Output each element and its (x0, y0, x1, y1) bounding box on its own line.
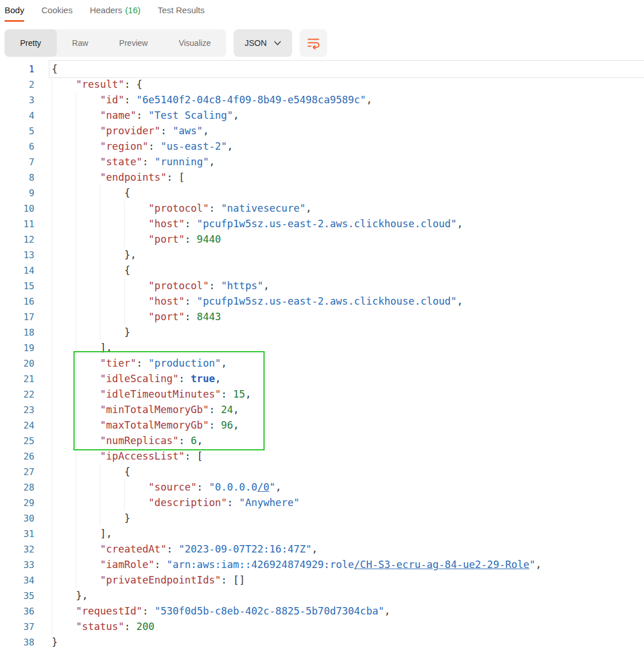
token-punctuation: : (142, 156, 154, 168)
token-punctuation: : (124, 79, 136, 90)
token-string: "Test Scaling" (149, 110, 234, 121)
token-punctuation: , (215, 373, 221, 384)
wrap-text-button[interactable] (300, 29, 327, 57)
indent-guide (100, 294, 124, 309)
code-line: 9{ (0, 185, 644, 201)
token-key: "host" (149, 295, 185, 307)
tab-headers[interactable]: Headers(16) (90, 5, 140, 20)
token-punctuation: , (233, 110, 239, 121)
code-line: 2"result": { (0, 77, 644, 92)
token-punctuation: [ (197, 450, 203, 462)
indent-guide (52, 557, 76, 573)
line-number: 16 (0, 294, 34, 309)
response-body-editor[interactable]: 1{2"result": {3"id": "6e5140f2-04c8-4f09… (0, 61, 644, 650)
indent-guide (100, 201, 124, 216)
token-key: "source" (149, 481, 197, 493)
line-number: 28 (0, 480, 34, 495)
indent-guide (76, 340, 100, 356)
token-string: " (529, 559, 536, 570)
language-select[interactable]: JSON (234, 29, 292, 57)
view-raw-button[interactable]: Raw (57, 29, 104, 57)
indent-guide (52, 464, 76, 480)
token-punctuation: [ (179, 172, 185, 183)
view-pretty-button[interactable]: Pretty (5, 29, 57, 57)
token-punctuation: : (209, 419, 221, 431)
indent-guide (76, 108, 100, 123)
indent-guide (100, 464, 124, 480)
token-punctuation: { (124, 466, 130, 477)
token-key: "port" (149, 234, 185, 245)
indent-guide (100, 480, 124, 495)
indent-guide (52, 619, 76, 635)
line-number: 19 (0, 340, 34, 356)
line-number: 24 (0, 418, 34, 433)
tab-cookies[interactable]: Cookies (41, 5, 72, 20)
code-line: 10"protocol": "nativesecure", (0, 201, 644, 216)
token-punctuation: } (124, 512, 130, 524)
view-visualize-button[interactable]: Visualize (163, 29, 226, 57)
code-line: 17"port": 8443 (0, 309, 644, 325)
line-number: 22 (0, 387, 34, 402)
indent-guide (76, 495, 100, 511)
tab-body[interactable]: Body (5, 5, 24, 22)
token-string: "6e5140f2-04c8-4f09-8b49-e5498ca9589c" (137, 94, 366, 106)
indent-guide (52, 356, 76, 371)
token-string: "pcufp1w5sz.us-east-2.aws.clickhouse.clo… (197, 295, 457, 307)
indent-guide (124, 232, 148, 247)
indent-guide (100, 325, 124, 340)
token-string: "https" (221, 280, 263, 291)
line-number: 15 (0, 278, 34, 294)
token-key: "status" (76, 621, 124, 632)
token-string: "production" (149, 357, 221, 369)
indent-guide (52, 309, 76, 325)
line-number: 38 (0, 635, 34, 650)
token-punctuation: : (161, 125, 173, 137)
indent-guide (52, 480, 76, 495)
headers-count-badge: (16) (125, 5, 141, 15)
token-key: "description" (149, 497, 227, 508)
indent-guide (124, 480, 148, 495)
line-number: 34 (0, 573, 34, 588)
token-key: "result" (76, 79, 124, 90)
indent-guide (52, 588, 76, 604)
token-punctuation: { (137, 79, 143, 90)
code-line: 16"host": "pcufp1w5sz.us-east-2.aws.clic… (0, 294, 644, 309)
chevron-down-icon (274, 41, 281, 46)
line-number: 12 (0, 232, 34, 247)
tab-label: Headers (90, 5, 122, 15)
token-punctuation: : (179, 435, 191, 446)
view-preview-button[interactable]: Preview (104, 29, 164, 57)
token-string: "running" (154, 156, 209, 168)
tab-test-results[interactable]: Test Results (158, 5, 205, 20)
token-link[interactable]: /CH-S3-ecru-ag-84-ue2-29-Role (354, 559, 530, 570)
token-punctuation: : (185, 295, 197, 307)
indent-guide (100, 232, 124, 247)
indent-guide (76, 480, 100, 495)
token-punctuation: : (166, 172, 179, 183)
token-string: "aws" (173, 125, 203, 137)
token-punctuation: : (149, 141, 161, 152)
code-line: 24"maxTotalMemoryGb": 96, (0, 418, 644, 433)
token-key: "host" (149, 218, 185, 230)
line-number: 27 (0, 464, 34, 480)
token-string: "2023-09-07T22:16:47Z" (179, 543, 312, 555)
code-line: 22"idleTimeoutMinutes": 15, (0, 387, 644, 402)
token-punctuation: , (385, 605, 391, 617)
token-string: "0.0.0.0 (209, 481, 257, 493)
indent-guide (76, 294, 100, 309)
indent-guide (76, 542, 100, 557)
indent-guide (76, 278, 100, 294)
line-number: 30 (0, 511, 34, 526)
line-number: 32 (0, 542, 34, 557)
indent-guide (52, 201, 76, 216)
line-number: 29 (0, 495, 34, 511)
indent-guide (76, 216, 100, 232)
indent-guide (52, 495, 76, 511)
code-line: 32"createdAt": "2023-09-07T22:16:47Z", (0, 542, 644, 557)
line-number: 35 (0, 588, 34, 604)
token-link[interactable]: /0 (257, 481, 269, 493)
token-number: 6 (191, 435, 197, 446)
token-punctuation: , (536, 559, 542, 570)
indent-guide (52, 325, 76, 340)
indent-guide (124, 278, 148, 294)
